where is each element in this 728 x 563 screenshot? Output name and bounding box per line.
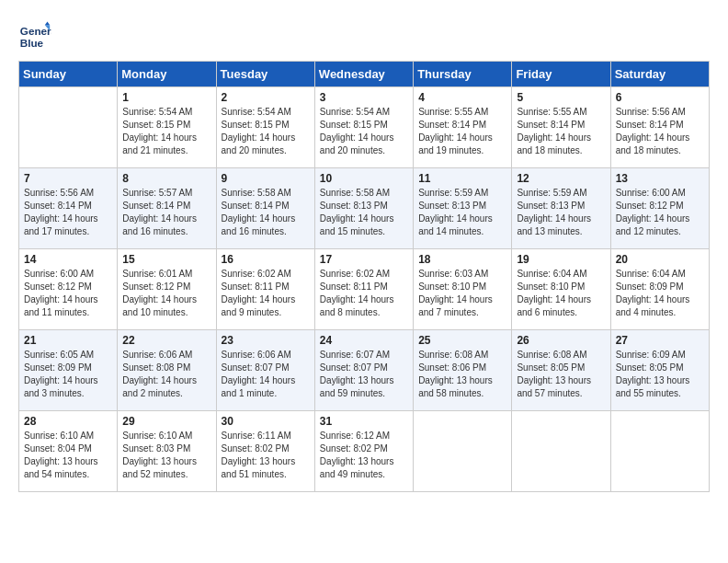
day-info: Sunrise: 6:05 AM Sunset: 8:09 PM Dayligh… xyxy=(24,349,112,400)
day-info: Sunrise: 5:57 AM Sunset: 8:14 PM Dayligh… xyxy=(122,187,210,238)
col-header-monday: Monday xyxy=(118,62,216,87)
calendar-cell: 5Sunrise: 5:55 AM Sunset: 8:14 PM Daylig… xyxy=(512,87,610,168)
day-info: Sunrise: 6:11 AM Sunset: 8:02 PM Dayligh… xyxy=(222,430,310,481)
col-header-friday: Friday xyxy=(512,62,610,87)
day-info: Sunrise: 6:09 AM Sunset: 8:05 PM Dayligh… xyxy=(616,349,704,400)
day-number: 7 xyxy=(24,172,112,185)
calendar-cell: 11Sunrise: 5:59 AM Sunset: 8:13 PM Dayli… xyxy=(414,168,512,249)
day-number: 25 xyxy=(418,334,506,347)
day-number: 11 xyxy=(418,172,506,185)
calendar-cell: 10Sunrise: 5:58 AM Sunset: 8:13 PM Dayli… xyxy=(314,168,413,249)
day-number: 21 xyxy=(24,334,112,347)
day-info: Sunrise: 6:06 AM Sunset: 8:08 PM Dayligh… xyxy=(122,349,210,400)
day-number: 8 xyxy=(122,172,210,185)
day-info: Sunrise: 6:01 AM Sunset: 8:12 PM Dayligh… xyxy=(122,268,210,319)
day-number: 30 xyxy=(222,415,310,428)
col-header-tuesday: Tuesday xyxy=(216,62,314,87)
day-number: 26 xyxy=(517,334,605,347)
calendar-cell: 13Sunrise: 6:00 AM Sunset: 8:12 PM Dayli… xyxy=(610,168,709,249)
day-number: 5 xyxy=(517,91,605,104)
day-info: Sunrise: 5:55 AM Sunset: 8:14 PM Dayligh… xyxy=(418,106,506,157)
day-info: Sunrise: 5:59 AM Sunset: 8:13 PM Dayligh… xyxy=(517,187,605,238)
calendar-cell xyxy=(414,411,512,492)
page-header: General Blue xyxy=(18,18,710,52)
calendar-cell xyxy=(610,411,709,492)
day-info: Sunrise: 6:04 AM Sunset: 8:09 PM Dayligh… xyxy=(616,268,704,319)
day-info: Sunrise: 6:08 AM Sunset: 8:05 PM Dayligh… xyxy=(517,349,605,400)
calendar-cell xyxy=(19,87,118,168)
day-number: 29 xyxy=(122,415,210,428)
day-number: 14 xyxy=(24,253,112,266)
calendar-cell: 21Sunrise: 6:05 AM Sunset: 8:09 PM Dayli… xyxy=(19,330,118,411)
day-number: 16 xyxy=(222,253,310,266)
calendar-cell: 3Sunrise: 5:54 AM Sunset: 8:15 PM Daylig… xyxy=(314,87,413,168)
calendar-cell: 6Sunrise: 5:56 AM Sunset: 8:14 PM Daylig… xyxy=(610,87,709,168)
day-number: 13 xyxy=(616,172,704,185)
day-info: Sunrise: 6:02 AM Sunset: 8:11 PM Dayligh… xyxy=(222,268,310,319)
day-number: 4 xyxy=(418,91,506,104)
day-info: Sunrise: 5:54 AM Sunset: 8:15 PM Dayligh… xyxy=(122,106,210,157)
day-info: Sunrise: 6:10 AM Sunset: 8:04 PM Dayligh… xyxy=(24,430,112,481)
calendar-cell: 2Sunrise: 5:54 AM Sunset: 8:15 PM Daylig… xyxy=(216,87,314,168)
day-info: Sunrise: 6:03 AM Sunset: 8:10 PM Dayligh… xyxy=(418,268,506,319)
col-header-thursday: Thursday xyxy=(414,62,512,87)
logo-icon: General Blue xyxy=(18,18,51,52)
calendar-cell xyxy=(512,411,610,492)
day-number: 6 xyxy=(616,91,704,104)
calendar-cell: 26Sunrise: 6:08 AM Sunset: 8:05 PM Dayli… xyxy=(512,330,610,411)
day-info: Sunrise: 5:59 AM Sunset: 8:13 PM Dayligh… xyxy=(418,187,506,238)
calendar-cell: 9Sunrise: 5:58 AM Sunset: 8:14 PM Daylig… xyxy=(216,168,314,249)
calendar-cell: 28Sunrise: 6:10 AM Sunset: 8:04 PM Dayli… xyxy=(19,411,118,492)
calendar-cell: 25Sunrise: 6:08 AM Sunset: 8:06 PM Dayli… xyxy=(414,330,512,411)
calendar-cell: 24Sunrise: 6:07 AM Sunset: 8:07 PM Dayli… xyxy=(314,330,413,411)
calendar-cell: 14Sunrise: 6:00 AM Sunset: 8:12 PM Dayli… xyxy=(19,249,118,330)
day-info: Sunrise: 5:56 AM Sunset: 8:14 PM Dayligh… xyxy=(616,106,704,157)
calendar-cell: 15Sunrise: 6:01 AM Sunset: 8:12 PM Dayli… xyxy=(118,249,216,330)
day-number: 20 xyxy=(616,253,704,266)
calendar-cell: 12Sunrise: 5:59 AM Sunset: 8:13 PM Dayli… xyxy=(512,168,610,249)
calendar-cell: 30Sunrise: 6:11 AM Sunset: 8:02 PM Dayli… xyxy=(216,411,314,492)
svg-marker-3 xyxy=(45,22,50,26)
day-info: Sunrise: 6:06 AM Sunset: 8:07 PM Dayligh… xyxy=(222,349,310,400)
day-number: 3 xyxy=(320,91,408,104)
logo: General Blue xyxy=(18,18,55,52)
day-info: Sunrise: 5:54 AM Sunset: 8:15 PM Dayligh… xyxy=(222,106,310,157)
calendar-cell: 27Sunrise: 6:09 AM Sunset: 8:05 PM Dayli… xyxy=(610,330,709,411)
day-info: Sunrise: 5:58 AM Sunset: 8:13 PM Dayligh… xyxy=(320,187,408,238)
calendar-cell: 19Sunrise: 6:04 AM Sunset: 8:10 PM Dayli… xyxy=(512,249,610,330)
calendar-cell: 20Sunrise: 6:04 AM Sunset: 8:09 PM Dayli… xyxy=(610,249,709,330)
day-info: Sunrise: 6:08 AM Sunset: 8:06 PM Dayligh… xyxy=(418,349,506,400)
day-number: 18 xyxy=(418,253,506,266)
day-info: Sunrise: 5:54 AM Sunset: 8:15 PM Dayligh… xyxy=(320,106,408,157)
col-header-saturday: Saturday xyxy=(610,62,709,87)
day-number: 10 xyxy=(320,172,408,185)
calendar-cell: 22Sunrise: 6:06 AM Sunset: 8:08 PM Dayli… xyxy=(118,330,216,411)
day-info: Sunrise: 5:56 AM Sunset: 8:14 PM Dayligh… xyxy=(24,187,112,238)
calendar-table: SundayMondayTuesdayWednesdayThursdayFrid… xyxy=(18,61,710,492)
day-info: Sunrise: 6:12 AM Sunset: 8:02 PM Dayligh… xyxy=(320,430,408,481)
calendar-cell: 23Sunrise: 6:06 AM Sunset: 8:07 PM Dayli… xyxy=(216,330,314,411)
day-info: Sunrise: 5:55 AM Sunset: 8:14 PM Dayligh… xyxy=(517,106,605,157)
svg-text:Blue: Blue xyxy=(20,37,44,49)
day-number: 15 xyxy=(122,253,210,266)
day-number: 2 xyxy=(222,91,310,104)
day-info: Sunrise: 6:00 AM Sunset: 8:12 PM Dayligh… xyxy=(616,187,704,238)
day-number: 17 xyxy=(320,253,408,266)
day-info: Sunrise: 6:07 AM Sunset: 8:07 PM Dayligh… xyxy=(320,349,408,400)
day-number: 1 xyxy=(122,91,210,104)
calendar-cell: 8Sunrise: 5:57 AM Sunset: 8:14 PM Daylig… xyxy=(118,168,216,249)
calendar-cell: 18Sunrise: 6:03 AM Sunset: 8:10 PM Dayli… xyxy=(414,249,512,330)
day-number: 27 xyxy=(616,334,704,347)
calendar-cell: 17Sunrise: 6:02 AM Sunset: 8:11 PM Dayli… xyxy=(314,249,413,330)
day-info: Sunrise: 5:58 AM Sunset: 8:14 PM Dayligh… xyxy=(222,187,310,238)
calendar-cell: 31Sunrise: 6:12 AM Sunset: 8:02 PM Dayli… xyxy=(314,411,413,492)
col-header-wednesday: Wednesday xyxy=(314,62,413,87)
day-number: 19 xyxy=(517,253,605,266)
day-info: Sunrise: 6:02 AM Sunset: 8:11 PM Dayligh… xyxy=(320,268,408,319)
day-number: 28 xyxy=(24,415,112,428)
day-info: Sunrise: 6:00 AM Sunset: 8:12 PM Dayligh… xyxy=(24,268,112,319)
calendar-cell: 16Sunrise: 6:02 AM Sunset: 8:11 PM Dayli… xyxy=(216,249,314,330)
day-info: Sunrise: 6:10 AM Sunset: 8:03 PM Dayligh… xyxy=(122,430,210,481)
day-number: 9 xyxy=(222,172,310,185)
day-number: 31 xyxy=(320,415,408,428)
